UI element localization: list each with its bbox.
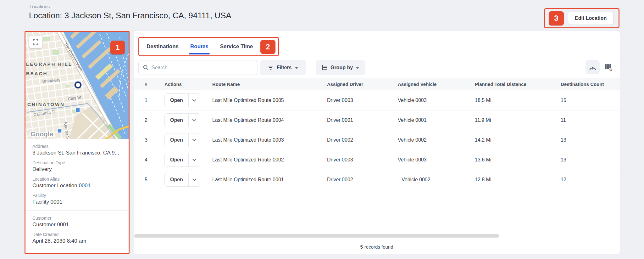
page-title: Location: 3 Jackson St, San Francisco, C… — [29, 11, 231, 20]
route-name: Last Mile Optimized Route 0005 — [212, 98, 327, 103]
open-dropdown-toggle[interactable] — [188, 114, 200, 127]
detail-facility: Facility Facility 0001 — [32, 193, 122, 205]
open-label[interactable]: Open — [165, 173, 188, 186]
assigned-vehicle: Vehicle 0001 — [398, 117, 475, 123]
chevron-down-icon — [356, 67, 359, 69]
col-planned-distance: Planned Total Distance — [475, 82, 561, 87]
open-route-button[interactable]: Open — [164, 133, 200, 147]
tabs-row: Destinations Routes Service Time 2 — [134, 31, 620, 57]
col-route-name: Route Name — [212, 82, 327, 87]
detail-date-created: Date Created April 28, 2030 8:40 am — [32, 232, 122, 244]
col-destinations-count: Destinations Count — [561, 82, 620, 87]
open-dropdown-toggle[interactable] — [188, 173, 200, 186]
columns-gear-icon: ⚙ — [605, 64, 613, 71]
table-row[interactable]: 1 Open Last Mile Optimized Route 0005 Dr… — [134, 90, 620, 110]
routes-panel: Destinations Routes Service Time 2 — [134, 31, 620, 254]
destinations-count: 13 — [561, 157, 620, 163]
annotation-badge-1: 1 — [110, 41, 125, 54]
open-label[interactable]: Open — [165, 94, 188, 107]
edit-location-button[interactable]: Edit Location — [568, 12, 613, 25]
route-name: Last Mile Optimized Route 0002 — [212, 157, 327, 163]
horizontal-scrollbar[interactable] — [134, 234, 499, 238]
route-name: Last Mile Optimized Route 0004 — [212, 117, 327, 123]
filters-button[interactable]: Filters — [260, 60, 306, 75]
dashboard-gauge-button[interactable] — [586, 60, 600, 74]
group-by-icon — [322, 65, 327, 70]
google-logo: Google — [31, 130, 53, 138]
row-num: 2 — [145, 117, 164, 123]
location-marker-icon — [75, 82, 81, 88]
location-details: Address 3 Jackson St, San Francisco, CA … — [25, 139, 129, 244]
table-row[interactable]: 4 Open Last Mile Optimized Route 0002 Dr… — [134, 150, 620, 170]
svg-text:⚙: ⚙ — [609, 68, 613, 71]
row-num: 5 — [145, 177, 164, 183]
assigned-vehicle: Vehicle 0003 — [398, 98, 475, 103]
annotation-box-3: 3 Edit Location — [544, 8, 619, 28]
open-dropdown-toggle[interactable] — [188, 133, 200, 147]
open-label[interactable]: Open — [165, 114, 188, 127]
route-name: Last Mile Optimized Route 0003 — [212, 137, 327, 143]
assigned-driver: Driver 0001 — [327, 117, 398, 123]
tab-destinations[interactable]: Destinations — [146, 38, 179, 55]
planned-distance: 13.6 Mi — [475, 157, 561, 163]
search-icon — [143, 65, 148, 70]
open-label[interactable]: Open — [165, 153, 188, 166]
open-dropdown-toggle[interactable] — [188, 94, 200, 107]
column-settings-button[interactable]: ⚙ — [603, 62, 614, 72]
row-num: 4 — [145, 157, 164, 163]
tab-routes[interactable]: Routes — [190, 38, 209, 55]
chevron-down-icon — [192, 159, 196, 161]
records-count: 5 — [360, 244, 363, 250]
assigned-vehicle: Vehicle 0002 — [398, 137, 475, 143]
table-row[interactable]: 3 Open Last Mile Optimized Route 0003 Dr… — [134, 130, 620, 150]
col-actions: Actions — [164, 82, 212, 87]
route-name: Last Mile Optimized Route 0001 — [212, 177, 327, 183]
chevron-down-icon — [192, 119, 196, 121]
assigned-driver: Driver 0003 — [327, 98, 398, 103]
chevron-down-icon — [192, 178, 196, 181]
planned-distance: 18.5 Mi — [475, 98, 561, 103]
map-label-chinatown: CHINATOWN — [27, 102, 65, 107]
row-num: 1 — [145, 98, 164, 103]
destinations-count: 13 — [561, 137, 620, 143]
destinations-count: 11 — [561, 117, 620, 123]
location-detail-page: Locations Location: 3 Jackson St, San Fr… — [0, 0, 644, 259]
annotation-badge-3: 3 — [549, 11, 564, 25]
open-route-button[interactable]: Open — [164, 153, 200, 167]
breadcrumb[interactable]: Locations — [30, 4, 50, 9]
filter-icon — [268, 65, 273, 70]
detail-customer: Customer Customer 0001 — [32, 216, 122, 228]
map-label-beach: BEACH — [26, 71, 47, 76]
open-dropdown-toggle[interactable] — [188, 153, 200, 166]
table-header: # Actions Route Name Assigned Driver Ass… — [134, 78, 620, 90]
map-canvas[interactable]: LEGRAPH HILL BEACH CHINATOWN Broadway Cl… — [25, 32, 129, 139]
open-label[interactable]: Open — [165, 133, 188, 147]
planned-distance: 14.2 Mi — [475, 137, 561, 143]
planned-distance: 12.8 Mi — [475, 177, 561, 183]
search-box[interactable] — [138, 60, 258, 75]
fullscreen-icon — [33, 39, 38, 45]
open-route-button[interactable]: Open — [164, 93, 200, 107]
speedometer-icon — [589, 65, 597, 70]
detail-destination-type: Destination Type Delivery — [32, 160, 122, 172]
search-input[interactable] — [152, 65, 253, 70]
destinations-count: 12 — [561, 177, 620, 183]
row-num: 3 — [145, 137, 164, 143]
location-summary-card: LEGRAPH HILL BEACH CHINATOWN Broadway Cl… — [25, 31, 130, 254]
group-by-button[interactable]: Group by — [316, 60, 365, 75]
planned-distance: 11.9 Mi — [475, 117, 561, 123]
map-fullscreen-button[interactable] — [29, 36, 42, 48]
table-row[interactable]: 5 Open Last Mile Optimized Route 0001 Dr… — [134, 170, 620, 189]
records-footer: 5 records found — [134, 239, 620, 254]
col-assigned-vehicle: Assigned Vehicle — [398, 82, 475, 87]
tab-service-time[interactable]: Service Time — [219, 38, 254, 55]
table-row[interactable]: 2 Open Last Mile Optimized Route 0004 Dr… — [134, 110, 620, 130]
assigned-vehicle: Vehicle 0003 — [398, 157, 475, 163]
assigned-driver: Driver 0003 — [327, 157, 398, 163]
filters-label: Filters — [276, 65, 291, 70]
open-route-button[interactable]: Open — [164, 113, 200, 127]
records-text: records found — [364, 244, 393, 250]
assigned-driver: Driver 0002 — [327, 137, 398, 143]
assigned-vehicle: Vehicle 0002 — [398, 177, 475, 183]
open-route-button[interactable]: Open — [164, 173, 200, 187]
